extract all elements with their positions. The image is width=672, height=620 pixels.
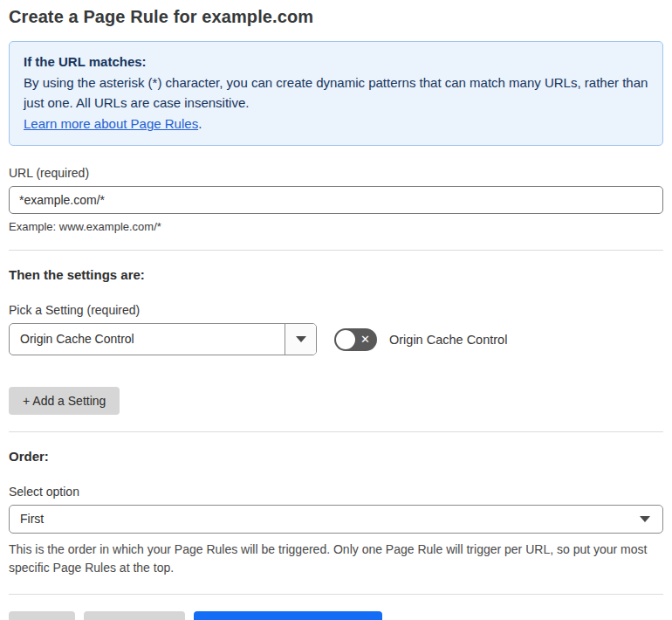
url-label: URL (required) xyxy=(9,166,663,180)
info-box-link-line: Learn more about Page Rules. xyxy=(24,114,648,134)
setting-dropdown-arrow-button[interactable] xyxy=(285,324,316,355)
settings-heading: Then the settings are: xyxy=(9,267,663,282)
info-box-heading: If the URL matches: xyxy=(24,52,648,72)
url-input[interactable] xyxy=(9,186,663,214)
order-section: Order: Select option First This is the o… xyxy=(9,449,663,577)
order-select-label: Select option xyxy=(9,485,663,499)
link-suffix: . xyxy=(198,116,202,131)
page-title: Create a Page Rule for example.com xyxy=(9,7,663,27)
origin-cache-control-toggle[interactable]: ✕ xyxy=(334,328,377,351)
order-select-value: First xyxy=(20,512,640,526)
pick-setting-label: Pick a Setting (required) xyxy=(9,303,663,317)
footer-actions: Cancel Save as Draft Save and Deploy Pag… xyxy=(9,611,663,620)
toggle-knob xyxy=(336,330,355,349)
order-heading: Order: xyxy=(9,449,663,464)
setting-toggle-wrap: ✕ Origin Cache Control xyxy=(334,328,507,351)
toggle-label: Origin Cache Control xyxy=(389,333,507,347)
save-as-draft-button[interactable]: Save as Draft xyxy=(84,611,186,620)
order-select[interactable]: First xyxy=(9,505,663,534)
cancel-button[interactable]: Cancel xyxy=(9,611,75,620)
toggle-off-x-icon: ✕ xyxy=(355,334,375,345)
learn-more-link[interactable]: Learn more about Page Rules xyxy=(24,116,198,131)
create-page-rule-form: Create a Page Rule for example.com If th… xyxy=(0,0,672,620)
info-box-body: By using the asterisk (*) character, you… xyxy=(24,72,648,114)
setting-dropdown-value: Origin Cache Control xyxy=(10,324,285,355)
url-section: URL (required) Example: www.example.com/… xyxy=(9,166,663,233)
url-match-info-box: If the URL matches: By using the asteris… xyxy=(9,41,663,146)
chevron-down-icon xyxy=(640,516,650,522)
order-help-text: This is the order in which your Page Rul… xyxy=(9,541,655,577)
setting-dropdown[interactable]: Origin Cache Control xyxy=(9,323,317,355)
add-setting-button[interactable]: + Add a Setting xyxy=(9,387,120,415)
setting-row: Origin Cache Control ✕ Origin Cache Cont… xyxy=(9,323,663,355)
url-example-hint: Example: www.example.com/* xyxy=(9,220,663,233)
divider xyxy=(9,250,663,251)
settings-section: Then the settings are: Pick a Setting (r… xyxy=(9,267,663,415)
chevron-down-icon xyxy=(296,336,306,342)
save-and-deploy-button[interactable]: Save and Deploy Page Rule xyxy=(194,611,382,620)
divider xyxy=(9,431,663,432)
divider xyxy=(9,594,663,595)
